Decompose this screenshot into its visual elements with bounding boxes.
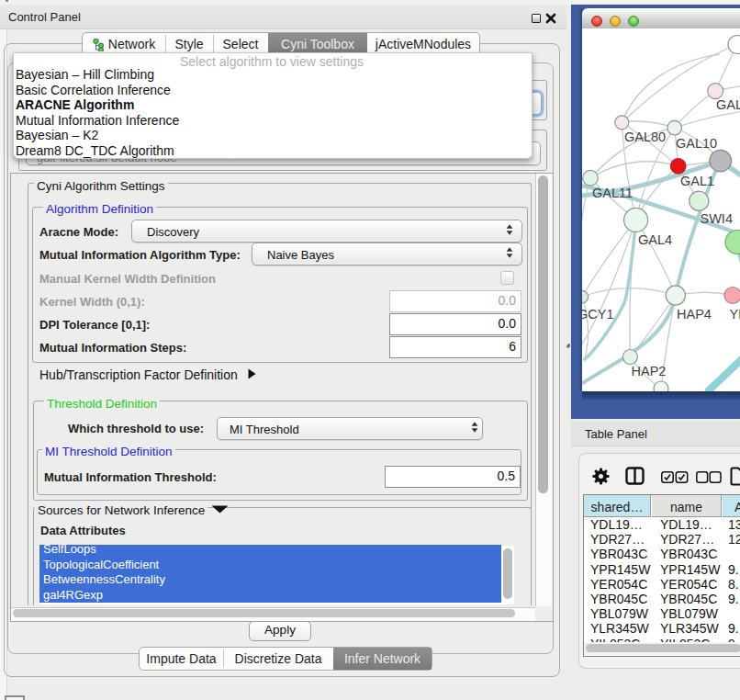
svg-text:GAL10: GAL10: [676, 136, 717, 151]
svg-text:SWI4: SWI4: [701, 211, 733, 226]
svg-text:GCY1: GCY1: [582, 307, 614, 322]
svg-text:GAL11: GAL11: [592, 186, 633, 200]
svg-text:GAL4: GAL4: [638, 232, 672, 247]
svg-text:HAP2: HAP2: [632, 364, 667, 378]
svg-text:GAL2: GAL2: [716, 97, 740, 112]
svg-text:GAL80: GAL80: [624, 130, 666, 144]
svg-text:HAP4: HAP4: [677, 307, 712, 322]
svg-text:GAL1: GAL1: [680, 174, 714, 188]
svg-text:YB: YB: [730, 307, 740, 322]
